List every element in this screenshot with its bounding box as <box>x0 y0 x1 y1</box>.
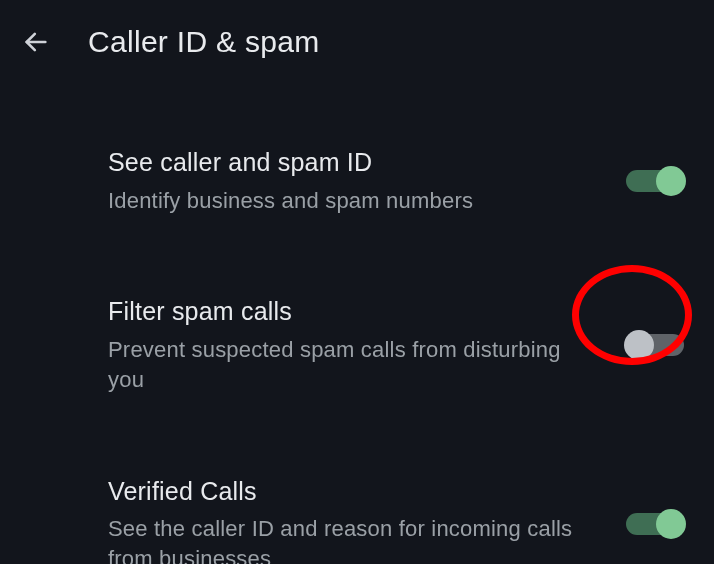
setting-title: Filter spam calls <box>108 295 596 329</box>
page-title: Caller ID & spam <box>88 25 320 59</box>
setting-filter-spam[interactable]: Filter spam calls Prevent suspected spam… <box>0 273 714 416</box>
setting-verified-calls[interactable]: Verified Calls See the caller ID and rea… <box>0 453 714 564</box>
header: Caller ID & spam <box>0 0 714 84</box>
toggle-see-caller-id[interactable] <box>626 170 684 192</box>
setting-text: Filter spam calls Prevent suspected spam… <box>108 295 626 394</box>
setting-description: See the caller ID and reason for incomin… <box>108 514 596 564</box>
toggle-filter-spam[interactable] <box>626 334 684 356</box>
toggle-thumb <box>656 509 686 539</box>
back-arrow-icon <box>22 28 50 56</box>
setting-description: Prevent suspected spam calls from distur… <box>108 335 596 394</box>
setting-see-caller-id[interactable]: See caller and spam ID Identify business… <box>0 124 714 237</box>
toggle-thumb <box>656 166 686 196</box>
toggle-thumb <box>624 330 654 360</box>
settings-list: See caller and spam ID Identify business… <box>0 84 714 564</box>
setting-title: Verified Calls <box>108 475 596 509</box>
setting-text: See caller and spam ID Identify business… <box>108 146 626 215</box>
setting-title: See caller and spam ID <box>108 146 596 180</box>
back-button[interactable] <box>12 18 60 66</box>
toggle-verified-calls[interactable] <box>626 513 684 535</box>
setting-description: Identify business and spam numbers <box>108 186 596 216</box>
setting-text: Verified Calls See the caller ID and rea… <box>108 475 626 564</box>
